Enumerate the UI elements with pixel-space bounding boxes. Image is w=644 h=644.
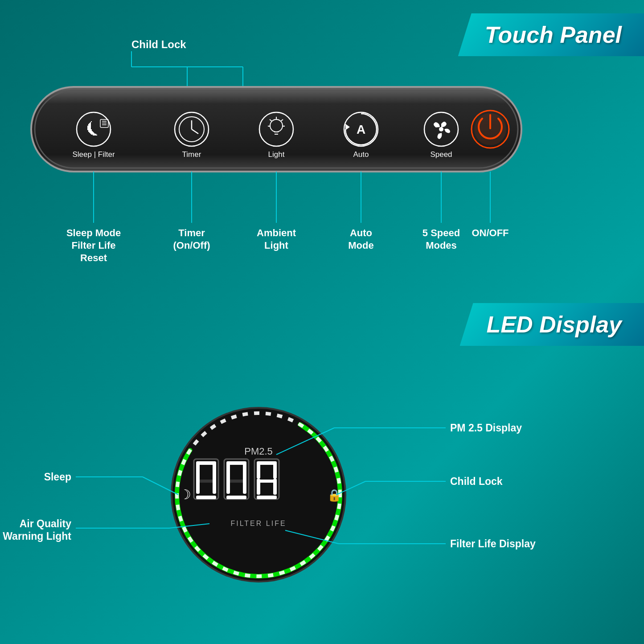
- led-display-title: LED Display: [487, 312, 622, 337]
- touch-panel-title: Touch Panel: [485, 22, 622, 48]
- led-display-banner: LED Display: [460, 303, 644, 346]
- touch-panel-banner: Touch Panel: [458, 13, 644, 56]
